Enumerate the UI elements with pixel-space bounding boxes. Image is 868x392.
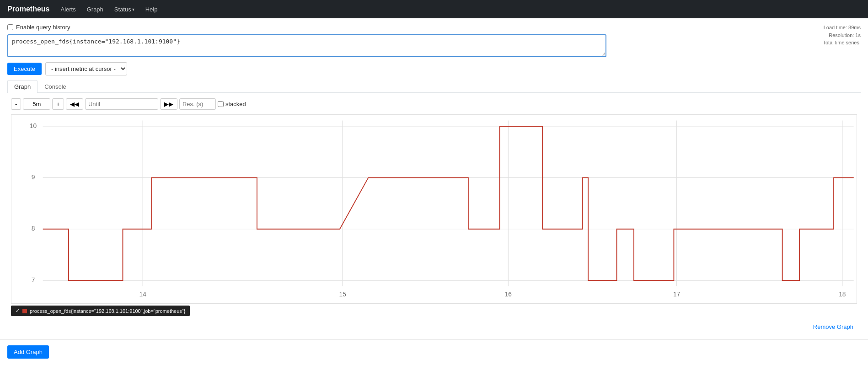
legend: ✓ process_open_fds{instance="192.168.1.1…: [11, 306, 190, 316]
svg-text:8: 8: [32, 225, 35, 232]
svg-text:14: 14: [139, 291, 147, 298]
tab-graph[interactable]: Graph: [7, 80, 38, 93]
add-graph-button[interactable]: Add Graph: [7, 345, 49, 359]
stacked-checkbox[interactable]: [218, 101, 224, 107]
legend-series-label: process_open_fds{instance="192.168.1.101…: [30, 308, 185, 314]
remove-graph-link[interactable]: Remove Graph: [813, 323, 853, 330]
add-graph-bar: Add Graph: [0, 339, 868, 364]
nav-status[interactable]: Status: [114, 4, 131, 15]
execute-button[interactable]: Execute: [7, 63, 42, 75]
nav-graph[interactable]: Graph: [87, 4, 103, 15]
svg-text:7: 7: [32, 277, 35, 284]
svg-text:16: 16: [505, 291, 512, 298]
legend-checkmark-icon: ✓: [16, 308, 20, 314]
main-content: Enable query history process_open_fds{in…: [0, 18, 868, 339]
chart-container: 10 9 8 7 14 15 16: [11, 114, 857, 304]
tab-console[interactable]: Console: [38, 80, 73, 93]
legend-color-box: [22, 309, 27, 313]
tabs: Graph Console: [7, 80, 861, 93]
navbar: Prometheus Alerts Graph Status ▾ Help: [0, 0, 868, 18]
dropdown-arrow-icon: ▾: [132, 7, 134, 12]
load-time-text: Load time: 89ms: [823, 24, 861, 32]
query-input-area: process_open_fds{instance="192.168.1.101…: [7, 34, 861, 59]
nav-status-dropdown[interactable]: Status ▾: [114, 4, 134, 15]
navbar-brand: Prometheus: [7, 5, 49, 13]
nav-alerts[interactable]: Alerts: [60, 4, 75, 15]
svg-text:9: 9: [32, 174, 35, 181]
svg-text:15: 15: [339, 291, 347, 298]
stacked-text: stacked: [225, 101, 246, 107]
prev-button[interactable]: ◀◀: [66, 98, 83, 110]
total-series-text: Total time series:: [823, 39, 861, 47]
until-input[interactable]: [85, 98, 158, 110]
duration-input[interactable]: [23, 98, 50, 110]
resolution-text: Resolution: 1s: [823, 32, 861, 39]
nav-help[interactable]: Help: [145, 4, 158, 15]
next-button[interactable]: ▶▶: [160, 98, 177, 110]
stacked-label[interactable]: stacked: [218, 101, 246, 107]
svg-text:18: 18: [839, 291, 846, 298]
svg-rect-0: [11, 115, 857, 303]
zoom-out-button[interactable]: -: [11, 98, 21, 110]
load-info: Load time: 89ms Resolution: 1s Total tim…: [823, 24, 861, 47]
res-input[interactable]: [179, 98, 216, 110]
svg-text:10: 10: [30, 123, 37, 129]
enable-query-history-checkbox[interactable]: [7, 24, 13, 30]
chart-svg: 10 9 8 7 14 15 16: [11, 115, 857, 303]
insert-metric-select[interactable]: - insert metric at cursor -: [45, 62, 127, 75]
query-input[interactable]: process_open_fds{instance="192.168.1.101…: [7, 34, 606, 57]
zoom-in-button[interactable]: +: [52, 98, 64, 110]
query-history-row: Enable query history: [7, 24, 861, 31]
toolbar-row: Execute - insert metric at cursor -: [7, 62, 861, 75]
bottom-bar: Remove Graph: [7, 320, 861, 334]
enable-query-history-label[interactable]: Enable query history: [16, 24, 70, 31]
svg-text:17: 17: [673, 291, 680, 298]
graph-controls: - + ◀◀ ▶▶ stacked: [11, 98, 861, 110]
